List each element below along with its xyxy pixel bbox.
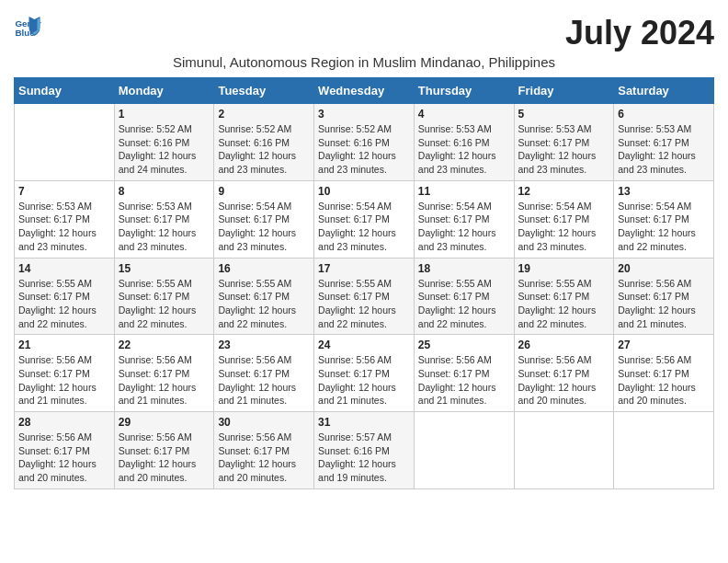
- calendar-day-29: 29Sunrise: 5:56 AMSunset: 6:17 PMDayligh…: [114, 412, 214, 489]
- day-number: 15: [119, 262, 210, 275]
- calendar-day-21: 21Sunrise: 5:56 AMSunset: 6:17 PMDayligh…: [15, 335, 115, 412]
- calendar-day-20: 20Sunrise: 5:56 AMSunset: 6:17 PMDayligh…: [614, 258, 714, 335]
- day-info: Sunrise: 5:54 AMSunset: 6:17 PMDaylight:…: [318, 200, 410, 254]
- day-number: 30: [218, 416, 310, 429]
- day-number: 28: [18, 416, 110, 429]
- day-number: 7: [18, 185, 110, 198]
- day-info: Sunrise: 5:55 AMSunset: 6:17 PMDaylight:…: [318, 277, 410, 331]
- calendar-day-6: 6Sunrise: 5:53 AMSunset: 6:17 PMDaylight…: [614, 104, 714, 181]
- calendar-day-10: 10Sunrise: 5:54 AMSunset: 6:17 PMDayligh…: [314, 180, 415, 258]
- header-day-wednesday: Wednesday: [314, 78, 415, 104]
- day-number: 17: [318, 262, 410, 275]
- calendar-day-16: 16Sunrise: 5:55 AMSunset: 6:17 PMDayligh…: [214, 258, 314, 335]
- day-number: 11: [418, 185, 510, 198]
- day-number: 9: [218, 185, 310, 198]
- day-info: Sunrise: 5:53 AMSunset: 6:17 PMDaylight:…: [618, 122, 710, 177]
- day-info: Sunrise: 5:56 AMSunset: 6:17 PMDaylight:…: [119, 353, 210, 408]
- calendar-day-9: 9Sunrise: 5:54 AMSunset: 6:17 PMDaylight…: [214, 180, 314, 258]
- calendar-day-24: 24Sunrise: 5:56 AMSunset: 6:17 PMDayligh…: [314, 335, 415, 412]
- day-info: Sunrise: 5:56 AMSunset: 6:17 PMDaylight:…: [218, 353, 310, 408]
- day-info: Sunrise: 5:56 AMSunset: 6:17 PMDaylight:…: [18, 431, 110, 485]
- title-section: July 2024: [565, 14, 714, 52]
- day-number: 1: [119, 108, 210, 121]
- day-number: 23: [218, 339, 310, 351]
- day-info: Sunrise: 5:56 AMSunset: 6:17 PMDaylight:…: [18, 353, 110, 408]
- calendar-week-row: 14Sunrise: 5:55 AMSunset: 6:17 PMDayligh…: [15, 258, 714, 335]
- calendar-table: SundayMondayTuesdayWednesdayThursdayFrid…: [14, 77, 714, 489]
- day-number: 14: [18, 262, 110, 275]
- calendar-week-row: 7Sunrise: 5:53 AMSunset: 6:17 PMDaylight…: [15, 180, 714, 258]
- month-title: July 2024: [565, 14, 714, 52]
- calendar-day-17: 17Sunrise: 5:55 AMSunset: 6:17 PMDayligh…: [314, 258, 415, 335]
- calendar-day-15: 15Sunrise: 5:55 AMSunset: 6:17 PMDayligh…: [114, 258, 214, 335]
- day-number: 22: [119, 339, 210, 351]
- day-number: 16: [218, 262, 310, 275]
- day-info: Sunrise: 5:55 AMSunset: 6:17 PMDaylight:…: [418, 277, 510, 331]
- calendar-day-31: 31Sunrise: 5:57 AMSunset: 6:16 PMDayligh…: [314, 412, 415, 489]
- calendar-day-18: 18Sunrise: 5:55 AMSunset: 6:17 PMDayligh…: [414, 258, 514, 335]
- header-day-friday: Friday: [514, 78, 614, 104]
- calendar-day-27: 27Sunrise: 5:56 AMSunset: 6:17 PMDayligh…: [614, 335, 714, 412]
- day-info: Sunrise: 5:55 AMSunset: 6:17 PMDaylight:…: [119, 277, 210, 331]
- calendar-day-5: 5Sunrise: 5:53 AMSunset: 6:17 PMDaylight…: [514, 104, 614, 181]
- page-header: General Blue July 2024: [14, 14, 714, 52]
- calendar-empty-cell: [514, 412, 614, 489]
- day-number: 2: [218, 108, 310, 121]
- header-day-monday: Monday: [114, 78, 214, 104]
- calendar-day-14: 14Sunrise: 5:55 AMSunset: 6:17 PMDayligh…: [15, 258, 115, 335]
- calendar-day-22: 22Sunrise: 5:56 AMSunset: 6:17 PMDayligh…: [114, 335, 214, 412]
- day-number: 27: [618, 339, 710, 351]
- day-info: Sunrise: 5:56 AMSunset: 6:17 PMDaylight:…: [618, 277, 710, 331]
- day-info: Sunrise: 5:55 AMSunset: 6:17 PMDaylight:…: [218, 277, 310, 331]
- calendar-week-row: 1Sunrise: 5:52 AMSunset: 6:16 PMDaylight…: [15, 104, 714, 181]
- day-info: Sunrise: 5:56 AMSunset: 6:17 PMDaylight:…: [618, 353, 710, 408]
- day-number: 20: [618, 262, 710, 275]
- day-info: Sunrise: 5:53 AMSunset: 6:16 PMDaylight:…: [418, 122, 510, 177]
- day-info: Sunrise: 5:54 AMSunset: 6:17 PMDaylight:…: [218, 200, 310, 254]
- day-number: 12: [518, 185, 610, 198]
- day-info: Sunrise: 5:54 AMSunset: 6:17 PMDaylight:…: [518, 200, 610, 254]
- calendar-day-2: 2Sunrise: 5:52 AMSunset: 6:16 PMDaylight…: [214, 104, 314, 181]
- header-day-tuesday: Tuesday: [214, 78, 314, 104]
- day-number: 18: [418, 262, 510, 275]
- calendar-day-26: 26Sunrise: 5:56 AMSunset: 6:17 PMDayligh…: [514, 335, 614, 412]
- day-number: 26: [518, 339, 610, 351]
- location-title: Simunul, Autonomous Region in Muslim Min…: [14, 54, 714, 70]
- header-day-saturday: Saturday: [614, 78, 714, 104]
- general-blue-logo-icon: General Blue: [14, 14, 41, 41]
- calendar-day-11: 11Sunrise: 5:54 AMSunset: 6:17 PMDayligh…: [414, 180, 514, 258]
- calendar-day-3: 3Sunrise: 5:52 AMSunset: 6:16 PMDaylight…: [314, 104, 415, 181]
- day-number: 8: [119, 185, 210, 198]
- day-info: Sunrise: 5:55 AMSunset: 6:17 PMDaylight:…: [518, 277, 610, 331]
- day-number: 13: [618, 185, 710, 198]
- day-number: 21: [18, 339, 110, 351]
- day-info: Sunrise: 5:56 AMSunset: 6:17 PMDaylight:…: [119, 431, 210, 485]
- day-info: Sunrise: 5:53 AMSunset: 6:17 PMDaylight:…: [518, 122, 610, 177]
- day-number: 10: [318, 185, 410, 198]
- day-info: Sunrise: 5:56 AMSunset: 6:17 PMDaylight:…: [318, 353, 410, 408]
- day-info: Sunrise: 5:52 AMSunset: 6:16 PMDaylight:…: [218, 122, 310, 177]
- calendar-empty-cell: [614, 412, 714, 489]
- day-info: Sunrise: 5:56 AMSunset: 6:17 PMDaylight:…: [418, 353, 510, 408]
- calendar-day-12: 12Sunrise: 5:54 AMSunset: 6:17 PMDayligh…: [514, 180, 614, 258]
- day-info: Sunrise: 5:57 AMSunset: 6:16 PMDaylight:…: [318, 431, 410, 485]
- day-info: Sunrise: 5:56 AMSunset: 6:17 PMDaylight:…: [218, 431, 310, 485]
- calendar-header-row: SundayMondayTuesdayWednesdayThursdayFrid…: [15, 78, 714, 104]
- day-info: Sunrise: 5:53 AMSunset: 6:17 PMDaylight:…: [119, 200, 210, 254]
- day-number: 24: [318, 339, 410, 351]
- day-number: 4: [418, 108, 510, 121]
- header-day-thursday: Thursday: [414, 78, 514, 104]
- calendar-day-23: 23Sunrise: 5:56 AMSunset: 6:17 PMDayligh…: [214, 335, 314, 412]
- logo-area: General Blue: [14, 14, 46, 41]
- calendar-empty-cell: [15, 104, 115, 181]
- day-number: 5: [518, 108, 610, 121]
- day-number: 6: [618, 108, 710, 121]
- day-info: Sunrise: 5:54 AMSunset: 6:17 PMDaylight:…: [418, 200, 510, 254]
- calendar-week-row: 21Sunrise: 5:56 AMSunset: 6:17 PMDayligh…: [15, 335, 714, 412]
- calendar-day-25: 25Sunrise: 5:56 AMSunset: 6:17 PMDayligh…: [414, 335, 514, 412]
- day-info: Sunrise: 5:55 AMSunset: 6:17 PMDaylight:…: [18, 277, 110, 331]
- calendar-empty-cell: [414, 412, 514, 489]
- calendar-day-1: 1Sunrise: 5:52 AMSunset: 6:16 PMDaylight…: [114, 104, 214, 181]
- day-info: Sunrise: 5:54 AMSunset: 6:17 PMDaylight:…: [618, 200, 710, 254]
- day-number: 25: [418, 339, 510, 351]
